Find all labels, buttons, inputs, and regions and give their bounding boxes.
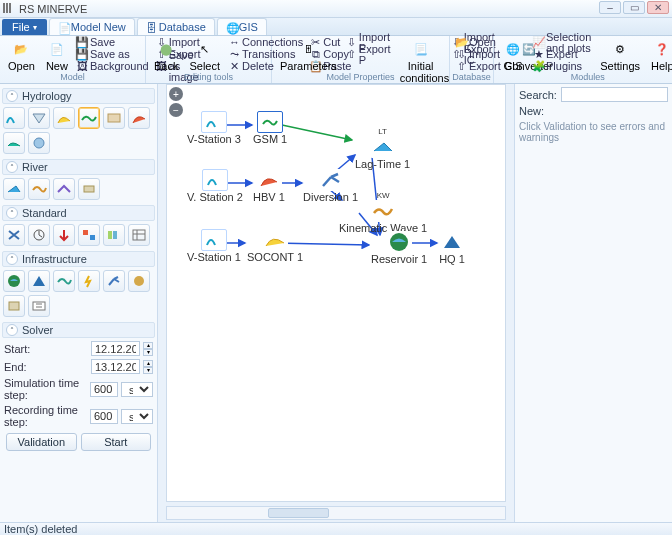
node-gsm1[interactable]: GSM 1: [253, 111, 287, 145]
status-bar: Item(s) deleted: [0, 522, 672, 535]
pal-group[interactable]: [103, 224, 125, 246]
end-spinner[interactable]: ▴▾: [143, 360, 153, 374]
section-standard[interactable]: ˄Standard: [2, 205, 155, 221]
pal-source[interactable]: [53, 224, 75, 246]
pal-riv4[interactable]: [78, 178, 100, 200]
pal-junction[interactable]: [3, 224, 25, 246]
scroll-thumb[interactable]: [268, 508, 329, 518]
close-button[interactable]: ✕: [647, 1, 669, 14]
svg-point-1: [34, 138, 44, 148]
chevron-up-icon: ˄: [6, 324, 18, 336]
node-kinwave[interactable]: KWKinematic Wave 1: [339, 191, 427, 234]
pal-lagtime[interactable]: [3, 178, 25, 200]
pal-kinwave[interactable]: [28, 178, 50, 200]
start-button[interactable]: Start: [81, 433, 152, 451]
pal-gsm[interactable]: [78, 107, 100, 129]
recstep-input[interactable]: [90, 409, 118, 424]
pal-struct[interactable]: [3, 295, 25, 317]
background-icon: 🖼: [77, 61, 88, 72]
pal-time[interactable]: [28, 224, 50, 246]
back-icon: ⬤: [155, 38, 177, 60]
node-vstation1[interactable]: V-Station 1: [187, 229, 241, 263]
model-icon: 📄: [58, 22, 68, 32]
svg-rect-11: [9, 302, 19, 310]
open-button[interactable]: 📂Open: [4, 37, 39, 73]
select-button[interactable]: ↖Select: [185, 37, 224, 73]
selplots-button[interactable]: 📈Selection and plots: [531, 37, 593, 48]
pal-hbv2[interactable]: [103, 107, 125, 129]
end-input[interactable]: [91, 359, 140, 374]
pal-planner[interactable]: [28, 295, 50, 317]
save-button[interactable]: 💾Save: [75, 37, 151, 48]
svg-rect-0: [108, 114, 120, 122]
pal-turbine[interactable]: [53, 270, 75, 292]
cursor-icon: ↖: [194, 38, 216, 60]
simstep-unit[interactable]: sec.: [121, 382, 153, 397]
save-icon: 💾: [77, 37, 88, 48]
node-lagtime[interactable]: LTLag-Time 1: [355, 127, 410, 170]
zoom-out-button[interactable]: −: [169, 103, 183, 117]
section-river[interactable]: ˄River: [2, 159, 155, 175]
pal-hydro[interactable]: [78, 270, 100, 292]
back-button[interactable]: ⬤Back: [150, 37, 182, 73]
tab-gis[interactable]: 🌐GIS: [217, 18, 267, 35]
node-vstation2[interactable]: V. Station 2: [187, 169, 243, 203]
pal-swmm[interactable]: [3, 132, 25, 154]
simstep-input[interactable]: [90, 382, 118, 397]
node-socont[interactable]: SOCONT 1: [247, 229, 303, 263]
pal-socont[interactable]: [53, 107, 75, 129]
new-button[interactable]: 📄New: [42, 37, 72, 73]
pal-musk[interactable]: [53, 178, 75, 200]
saveas-button[interactable]: 💾Save as: [75, 49, 151, 60]
start-spinner[interactable]: ▴▾: [143, 342, 153, 356]
validation-button[interactable]: Validation: [6, 433, 77, 451]
pal-comp[interactable]: [78, 224, 100, 246]
node-hq[interactable]: HQ 1: [439, 231, 465, 265]
canvas[interactable]: +− V-Station 3 GSM 1 L: [166, 84, 506, 502]
pal-hbv[interactable]: [128, 107, 150, 129]
app-title: RS MINERVE: [19, 3, 87, 15]
document-icon: 📃: [410, 38, 432, 60]
node-vstation3[interactable]: V-Station 3: [187, 111, 241, 145]
h-scrollbar[interactable]: [166, 506, 506, 520]
file-menu[interactable]: File: [2, 19, 47, 35]
section-hydrology[interactable]: ˄Hydrology: [2, 88, 155, 104]
tab-model[interactable]: 📄Model New: [49, 18, 135, 35]
exportp-button[interactable]: ⇧Export P: [344, 49, 393, 60]
background-button[interactable]: 🖼Background: [75, 61, 151, 72]
chart-icon: 📈: [533, 37, 544, 48]
start-input[interactable]: [91, 341, 140, 356]
pal-diversion[interactable]: [103, 270, 125, 292]
pal-snow[interactable]: [28, 107, 50, 129]
node-hbv1[interactable]: HBV 1: [253, 169, 285, 203]
settings-button[interactable]: ⚙Settings: [596, 37, 644, 73]
search-input[interactable]: [561, 87, 668, 102]
pal-other[interactable]: [28, 132, 50, 154]
right-panel: Search: New: Click Validation to see err…: [514, 84, 672, 522]
section-solver[interactable]: ˄Solver: [2, 322, 155, 338]
section-infra[interactable]: ˄Infrastructure: [2, 251, 155, 267]
validation-hint: Click Validation to see errors and warni…: [519, 121, 668, 143]
recstep-unit[interactable]: sec.: [121, 409, 153, 424]
zoom-in-button[interactable]: +: [169, 87, 183, 101]
maximize-button[interactable]: ▭: [623, 1, 645, 14]
expert-button[interactable]: ★Expert: [531, 49, 593, 60]
pal-submodel[interactable]: [128, 224, 150, 246]
canvas-wrap: +− V-Station 3 GSM 1 L: [158, 84, 514, 522]
node-reservoir[interactable]: Reservoir 1: [371, 231, 427, 265]
globe-icon: 🌐: [226, 22, 236, 32]
main-area: ˄Hydrology ˄River ˄Standard ˄: [0, 84, 672, 522]
parameters-button[interactable]: 🎚Parameters: [276, 37, 341, 73]
delete-icon: ✕: [229, 61, 240, 72]
sliders-icon: 🎚: [297, 38, 319, 60]
pal-reservoir[interactable]: [3, 270, 25, 292]
pal-hq[interactable]: [28, 270, 50, 292]
help-icon: ❓: [651, 38, 672, 60]
minimize-button[interactable]: –: [599, 1, 621, 14]
pal-station[interactable]: [3, 107, 25, 129]
pal-consumer[interactable]: [128, 270, 150, 292]
gis-button[interactable]: 🌐GIS: [498, 37, 528, 73]
plugins-button[interactable]: 🧩Plugins: [531, 61, 593, 72]
tab-database[interactable]: 🗄Database: [137, 18, 215, 35]
help-button[interactable]: ❓Help: [647, 37, 672, 73]
